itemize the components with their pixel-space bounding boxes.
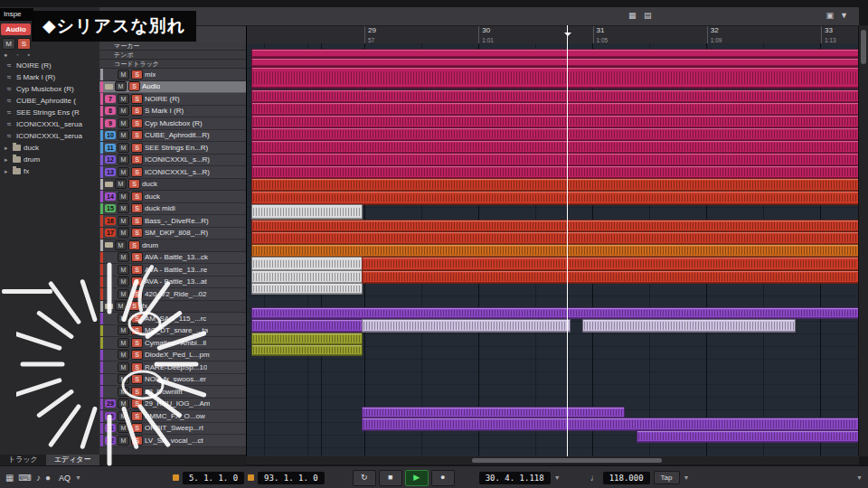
inspector-audio-tab[interactable]: Audio	[1, 23, 31, 35]
mute-button[interactable]: M	[118, 423, 129, 433]
browser-item[interactable]: ≈ICONICXXXL_serua	[0, 118, 99, 130]
mute-button[interactable]: M	[118, 387, 129, 397]
track-row[interactable]: 11MSSEE Strings En...R)	[99, 142, 246, 155]
mute-button[interactable]: M	[118, 314, 129, 324]
solo-button[interactable]: S	[131, 362, 143, 372]
solo-button[interactable]: S	[128, 179, 140, 189]
browser-scroll-thumb[interactable]	[2, 289, 52, 294]
solo-button[interactable]: S	[131, 94, 143, 104]
solo-button[interactable]: S	[131, 436, 143, 446]
mute-button[interactable]: M	[118, 252, 129, 262]
tempo-display[interactable]: 118.000	[603, 472, 650, 484]
mute-button[interactable]: M	[118, 192, 129, 202]
audio-clip[interactable]	[251, 204, 363, 220]
mute-button[interactable]: M	[118, 228, 129, 238]
snap-icon[interactable]: ▤	[644, 11, 652, 20]
solo-button[interactable]: S	[131, 350, 143, 360]
solo-button[interactable]: S	[131, 203, 143, 213]
audio-clip[interactable]	[362, 418, 859, 431]
solo-button[interactable]: S	[131, 265, 143, 275]
mute-button[interactable]: M	[118, 374, 129, 384]
dropdown-icon[interactable]: ▼	[856, 471, 863, 485]
solo-button[interactable]: S	[128, 81, 140, 91]
mute-button[interactable]: M	[118, 155, 129, 164]
audio-clip[interactable]	[251, 115, 859, 128]
position-format-icon[interactable]: ▼	[554, 471, 561, 485]
solo-button[interactable]: S	[131, 387, 143, 397]
track-row[interactable]: MS23_Downlift	[99, 386, 246, 399]
audio-clip[interactable]	[251, 153, 859, 166]
mute-button[interactable]: M	[2, 38, 15, 50]
track-row[interactable]: 13MSICONICXXXL_s...R)	[99, 166, 246, 179]
solo-button[interactable]: S	[131, 277, 143, 286]
mute-button[interactable]: M	[118, 399, 129, 408]
track-row[interactable]: MSfx	[99, 301, 246, 314]
special-track-row[interactable]: マーカー	[99, 42, 246, 51]
mute-button[interactable]: M	[115, 240, 127, 250]
track-row[interactable]: MSAudio	[99, 81, 246, 94]
browser-item[interactable]: ≈NOIRE (R)	[0, 60, 99, 71]
audio-clip[interactable]	[251, 220, 859, 232]
track-row[interactable]: MSAM_SAG_115_...rc	[99, 313, 246, 325]
track-row[interactable]: MSAVA - Battle_13...at	[99, 277, 246, 289]
solo-button[interactable]: S	[131, 118, 143, 128]
mute-button[interactable]: M	[118, 70, 129, 80]
browser-item[interactable]: ▸duck	[0, 142, 99, 154]
mute-button[interactable]: M	[118, 106, 129, 116]
audio-clip[interactable]	[251, 257, 363, 271]
audio-clip[interactable]	[251, 307, 859, 319]
browser-item[interactable]: ▸drum	[0, 154, 99, 165]
solo-button[interactable]: S	[131, 411, 143, 421]
mute-button[interactable]: M	[118, 277, 129, 286]
track-row[interactable]: MSAVA - Battle_13...ck	[99, 252, 246, 265]
track-row[interactable]: MSCymatics - Ambi...ll	[99, 337, 246, 350]
mute-button[interactable]: M	[118, 411, 129, 421]
mixer-icon[interactable]: ▦	[5, 471, 14, 485]
audio-clip[interactable]	[582, 319, 796, 333]
audio-quantize-label[interactable]: AQ	[59, 474, 71, 483]
solo-button[interactable]: S	[131, 374, 143, 384]
solo-button[interactable]: S	[17, 38, 31, 50]
mute-button[interactable]: M	[118, 216, 129, 226]
record-mode-icon[interactable]: ●	[45, 471, 51, 485]
cycle-button[interactable]: ↻	[353, 470, 376, 486]
mute-button[interactable]: M	[118, 338, 129, 348]
solo-button[interactable]: S	[131, 325, 143, 335]
track-row[interactable]: 10MSCUBE_Aphrodit...R)	[99, 130, 246, 143]
record-button[interactable]: ●	[431, 470, 455, 486]
track-row[interactable]: 9MSCyp Musicbox (R)	[99, 117, 246, 130]
right-locator-display[interactable]: 93. 1. 1. 0	[258, 472, 325, 484]
dropdown-icon[interactable]: ▼	[840, 11, 848, 20]
audio-clip[interactable]	[362, 319, 571, 333]
track-row[interactable]: MSdrum	[99, 239, 246, 252]
mute-button[interactable]: M	[118, 143, 129, 153]
mute-button[interactable]: M	[118, 167, 129, 177]
audio-clip[interactable]	[251, 178, 859, 192]
solo-button[interactable]: S	[131, 228, 143, 238]
horizontal-scrollbar[interactable]	[246, 456, 859, 465]
solo-button[interactable]: S	[131, 423, 143, 433]
track-row[interactable]: MSNOL_fx_swoos...er	[99, 374, 246, 387]
track-row[interactable]: MSduck	[99, 179, 246, 192]
solo-button[interactable]: S	[131, 252, 143, 262]
audio-clip[interactable]	[251, 270, 363, 284]
track-row[interactable]: MS420_V2_Ride_...02	[99, 288, 246, 301]
track-row[interactable]: 7MSNOIRE (R)	[99, 93, 246, 106]
horizontal-scroll-thumb[interactable]	[472, 458, 662, 463]
browser-item[interactable]: ≈Cyp Musicbox (R)	[0, 83, 99, 95]
mute-button[interactable]: M	[118, 203, 129, 213]
solo-button[interactable]: S	[131, 399, 143, 408]
audio-clip[interactable]	[251, 319, 363, 333]
mute-button[interactable]: M	[118, 350, 129, 360]
audio-clip[interactable]	[251, 231, 859, 245]
solo-button[interactable]: S	[131, 130, 143, 140]
inspector-controls[interactable]: ● ◦ ▪	[4, 52, 33, 58]
track-row[interactable]: 15MSduck midi	[99, 203, 246, 216]
solo-button[interactable]: S	[131, 155, 143, 164]
solo-button[interactable]: S	[131, 314, 143, 324]
track-row[interactable]: 32MSLV_SA_vocal_...ct	[99, 435, 246, 447]
audio-clip[interactable]	[251, 89, 859, 103]
vertical-scrollbar[interactable]	[858, 25, 868, 456]
track-row[interactable]: MSAVA - Battle_13...re	[99, 264, 246, 277]
timeline-ruler[interactable]: 2957301:01311:05321:09331:13	[246, 25, 859, 44]
